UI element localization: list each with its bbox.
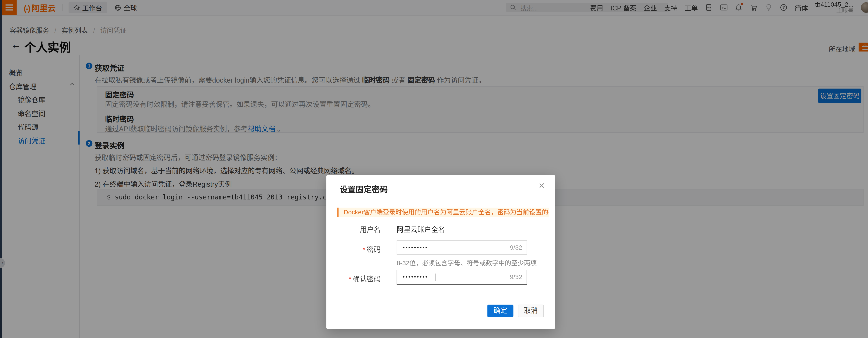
modal-title: 设置固定密码 bbox=[340, 183, 388, 195]
password-counter: 9/32 bbox=[510, 241, 522, 255]
app-canvas: (-) 阿里云 工作台 全球 费用 ICP 备案 企业 支持 工单 A bbox=[0, 0, 868, 338]
confirm-password-input[interactable]: ••••••••• 9/32 bbox=[397, 270, 527, 285]
confirm-password-counter: 9/32 bbox=[510, 270, 522, 284]
password-masked-value: ••••••••• bbox=[403, 241, 428, 254]
close-icon[interactable]: ✕ bbox=[538, 181, 545, 190]
text-cursor bbox=[435, 274, 435, 281]
password-input[interactable]: ••••••••• 9/32 bbox=[397, 240, 527, 255]
username-label: 用户名 bbox=[327, 224, 381, 234]
confirm-button[interactable]: 确定 bbox=[487, 305, 513, 317]
set-password-modal: 设置固定密码 ✕ Docker客户端登录时使用的用户名为阿里云账户全名，密码为当… bbox=[327, 175, 555, 329]
confirm-password-label: *确认密码 bbox=[327, 273, 381, 283]
password-label: *密码 bbox=[327, 244, 381, 254]
cancel-button[interactable]: 取消 bbox=[518, 305, 544, 317]
modal-warning-banner: Docker客户端登录时使用的用户名为阿里云账户全名，密码为当前设置的密码 bbox=[337, 208, 549, 217]
username-value: 阿里云账户全名 bbox=[397, 224, 445, 234]
password-hint: 8-32位，必须包含字母、符号或数字中的至少两项 bbox=[397, 258, 536, 267]
confirm-password-masked-value: ••••••••• bbox=[403, 270, 428, 283]
